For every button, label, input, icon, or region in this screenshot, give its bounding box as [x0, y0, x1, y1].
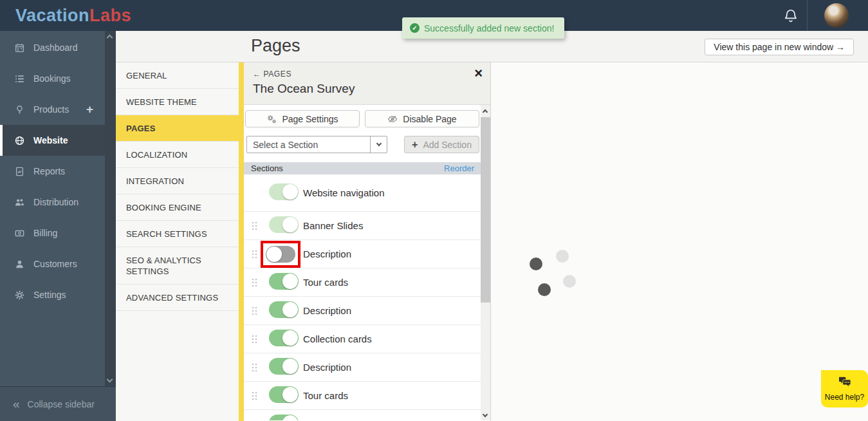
section-toggle[interactable]: [269, 358, 299, 375]
submenu-item-localization[interactable]: LOCALIZATION: [116, 142, 239, 168]
need-help-label: Need help?: [825, 393, 864, 402]
submenu-item-booking-engine[interactable]: BOOKING ENGINE: [116, 194, 239, 221]
collapse-sidebar-button[interactable]: « Collapse sidebar: [0, 386, 116, 421]
scroll-down-icon[interactable]: [483, 412, 488, 417]
sidebar-item-reports[interactable]: Reports: [0, 156, 105, 187]
drag-handle-icon[interactable]: [251, 334, 259, 344]
gears-icon: [266, 114, 277, 124]
section-toggle[interactable]: [269, 330, 299, 346]
website-submenu: GENERALWEBSITE THEMEPAGESLOCALIZATIONINT…: [116, 62, 239, 421]
scroll-up-icon[interactable]: [107, 35, 113, 41]
submenu-item-integration[interactable]: INTEGRATION: [116, 168, 239, 194]
sidebar-item-settings[interactable]: Settings: [0, 279, 105, 310]
spinner-dot: [556, 250, 569, 263]
customer-icon: [14, 259, 24, 269]
section-toggle[interactable]: [269, 301, 299, 318]
scroll-up-icon[interactable]: [483, 109, 488, 115]
sidebar-item-label: Settings: [33, 290, 66, 300]
gear-icon: [14, 290, 24, 300]
drag-handle-icon[interactable]: [251, 221, 259, 231]
section-label: Collection cards: [303, 333, 372, 344]
drag-handle-icon[interactable]: [251, 419, 259, 421]
page-settings-label: Page Settings: [282, 114, 338, 124]
toggle-knob: [282, 359, 298, 374]
plus-icon[interactable]: +: [86, 102, 93, 117]
sections-list: Website navigation Banner Slides: [244, 174, 481, 420]
sidebar-item-label: Products: [33, 104, 69, 115]
section-label: Description: [303, 248, 351, 259]
check-circle-icon: ✓: [410, 23, 420, 33]
notifications-bell-icon[interactable]: [782, 8, 799, 24]
page-settings-button[interactable]: Page Settings: [245, 110, 360, 127]
section-row: Description: [244, 353, 481, 382]
brand-part-blue: Vacation: [15, 6, 89, 25]
scroll-down-icon[interactable]: [107, 377, 113, 383]
section-toggle[interactable]: [269, 273, 299, 290]
section-toggle[interactable]: [269, 183, 299, 200]
sidebar-item-website[interactable]: Website: [0, 125, 105, 156]
toggle-knob: [282, 387, 298, 402]
submenu-item-website-theme[interactable]: WEBSITE THEME: [116, 89, 239, 115]
need-help-button[interactable]: Need help?: [821, 370, 868, 407]
section-label: Description: [303, 362, 351, 373]
section-row: Description: [244, 297, 481, 325]
section-row: Description: [244, 240, 481, 268]
submenu-item-general[interactable]: GENERAL: [116, 62, 239, 89]
toggle-knob: [282, 302, 298, 317]
collapse-chevrons-icon: «: [13, 398, 20, 410]
page-title: Pages: [251, 36, 300, 56]
list-icon: [14, 73, 24, 84]
toggle-knob: [282, 184, 298, 200]
drag-handle-icon[interactable]: [251, 391, 259, 401]
submenu-item-seo-analytics-settings[interactable]: SEO & ANALYTICS SETTINGS: [116, 247, 239, 285]
section-toggle[interactable]: [269, 386, 299, 403]
sidebar-scrollbar[interactable]: [105, 31, 116, 386]
user-avatar[interactable]: [824, 3, 849, 28]
chat-bubbles-icon: [838, 376, 852, 390]
submenu-item-advanced-settings[interactable]: ADVANCED SETTINGS: [116, 285, 239, 311]
sidebar-item-billing[interactable]: Billing: [0, 218, 105, 248]
users-icon: [14, 197, 24, 207]
sidebar-item-dashboard[interactable]: Dashboard: [0, 32, 105, 63]
drag-handle-icon[interactable]: [251, 306, 259, 316]
sidebar-item-bookings[interactable]: Bookings: [0, 63, 105, 94]
toggle-knob: [282, 274, 298, 289]
back-arrow-icon: ←: [253, 70, 261, 79]
panel-scrollbar[interactable]: [481, 105, 490, 420]
sidebar-item-distribution[interactable]: Distribution: [0, 187, 105, 218]
section-label: Description: [303, 305, 351, 316]
sidebar-item-customers[interactable]: Customers: [0, 248, 105, 279]
section-toggle[interactable]: [266, 246, 295, 263]
back-to-pages-link[interactable]: ← PAGES: [253, 70, 291, 79]
toast-message: Successfully added new section!: [424, 23, 554, 33]
drag-handle-icon[interactable]: [251, 277, 259, 288]
disable-page-button[interactable]: Disable Page: [365, 110, 479, 127]
view-page-new-window-button[interactable]: View this page in new window →: [705, 39, 854, 55]
submenu-item-pages[interactable]: PAGES: [116, 115, 239, 142]
submenu-item-search-settings[interactable]: SEARCH SETTINGS: [116, 221, 239, 247]
drag-handle-icon[interactable]: [251, 249, 259, 259]
brand-part-red: Labs: [89, 6, 131, 25]
brand-logo[interactable]: VacationLabs: [15, 0, 131, 31]
section-toggle[interactable]: [269, 216, 299, 233]
section-toggle[interactable]: [269, 415, 299, 421]
sidebar-item-label: Bookings: [33, 73, 71, 84]
add-section-button[interactable]: + Add Section: [404, 136, 479, 153]
section-select[interactable]: Select a Section: [246, 136, 387, 153]
section-row: Collection cards: [244, 325, 481, 353]
section-label: Website navigation: [303, 187, 384, 198]
panel-header: ← PAGES The Ocean Survey ×: [244, 62, 490, 105]
active-section-strip: [239, 62, 244, 421]
sidebar-item-products[interactable]: Products +: [0, 94, 105, 125]
sections-header-bar: Sections Reorder: [244, 162, 481, 174]
drag-handle-icon[interactable]: [251, 362, 259, 373]
section-row: Tour cards: [244, 268, 481, 297]
topbar-divider: [807, 0, 808, 31]
reorder-link[interactable]: Reorder: [444, 164, 474, 173]
scrollbar-thumb[interactable]: [481, 117, 490, 303]
panel-page-title: The Ocean Survey: [253, 82, 355, 96]
close-icon[interactable]: ×: [474, 65, 483, 82]
toggle-knob: [266, 247, 282, 262]
section-label: Tour cards: [303, 390, 348, 401]
section-row: Tour cards: [244, 382, 481, 410]
